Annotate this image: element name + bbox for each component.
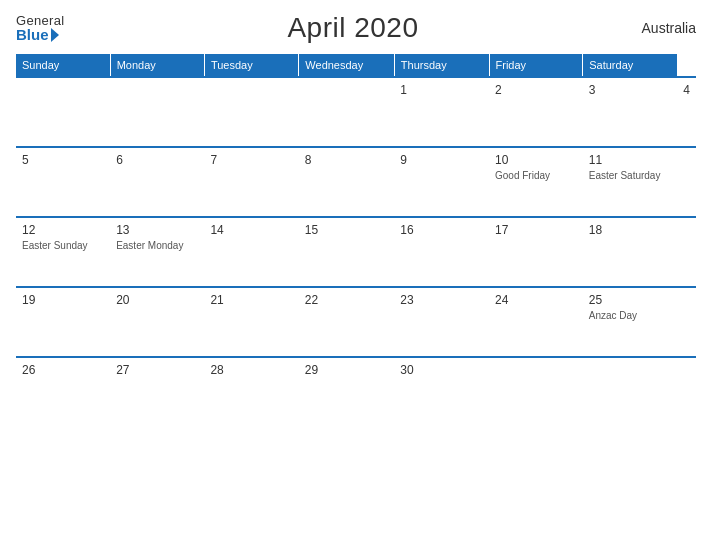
table-row <box>204 77 298 147</box>
calendar-week-row: 5678910Good Friday11Easter Saturday <box>16 147 696 217</box>
table-row: 1 <box>394 77 489 147</box>
header: General Blue April 2020 Australia <box>16 12 696 44</box>
country-label: Australia <box>642 20 696 36</box>
page: General Blue April 2020 Australia Sunday… <box>0 0 712 550</box>
table-row: 2 <box>489 77 583 147</box>
table-row: 23 <box>394 287 489 357</box>
logo: General Blue <box>16 14 64 42</box>
table-row: 8 <box>299 147 394 217</box>
calendar-week-row: 12Easter Sunday13Easter Monday1415161718 <box>16 217 696 287</box>
calendar-body: 12345678910Good Friday11Easter Saturday1… <box>16 77 696 427</box>
day-number: 25 <box>589 293 672 307</box>
day-number: 1 <box>400 83 483 97</box>
calendar-header-row: Sunday Monday Tuesday Wednesday Thursday… <box>16 54 696 77</box>
day-number: 4 <box>683 83 690 97</box>
day-number: 21 <box>210 293 292 307</box>
table-row: 9 <box>394 147 489 217</box>
logo-blue-text: Blue <box>16 27 64 42</box>
table-row: 7 <box>204 147 298 217</box>
day-number: 8 <box>305 153 388 167</box>
table-row <box>583 357 678 427</box>
day-number: 17 <box>495 223 577 237</box>
table-row: 16 <box>394 217 489 287</box>
logo-triangle-icon <box>51 28 59 42</box>
day-number: 26 <box>22 363 104 377</box>
table-row: 24 <box>489 287 583 357</box>
table-row: 15 <box>299 217 394 287</box>
day-number: 18 <box>589 223 672 237</box>
table-row: 19 <box>16 287 110 357</box>
day-event: Good Friday <box>495 169 577 182</box>
day-number: 22 <box>305 293 388 307</box>
col-saturday: Saturday <box>583 54 678 77</box>
calendar-week-row: 1234 <box>16 77 696 147</box>
day-number: 23 <box>400 293 483 307</box>
day-number: 27 <box>116 363 198 377</box>
col-monday: Monday <box>110 54 204 77</box>
table-row <box>110 77 204 147</box>
table-row: 6 <box>110 147 204 217</box>
table-row: 11Easter Saturday <box>583 147 678 217</box>
day-number: 14 <box>210 223 292 237</box>
day-number: 10 <box>495 153 577 167</box>
table-row: 18 <box>583 217 678 287</box>
table-row <box>299 77 394 147</box>
day-number: 15 <box>305 223 388 237</box>
col-wednesday: Wednesday <box>299 54 394 77</box>
table-row: 3 <box>583 77 678 147</box>
day-number: 20 <box>116 293 198 307</box>
day-number: 29 <box>305 363 388 377</box>
day-number: 24 <box>495 293 577 307</box>
day-event: Anzac Day <box>589 309 672 322</box>
table-row: 14 <box>204 217 298 287</box>
calendar-table: Sunday Monday Tuesday Wednesday Thursday… <box>16 54 696 427</box>
day-number: 30 <box>400 363 483 377</box>
calendar-week-row: 2627282930 <box>16 357 696 427</box>
day-event: Easter Saturday <box>589 169 672 182</box>
col-thursday: Thursday <box>394 54 489 77</box>
table-row <box>16 77 110 147</box>
day-number: 2 <box>495 83 577 97</box>
day-number: 6 <box>116 153 198 167</box>
table-row: 4 <box>677 77 696 147</box>
calendar-week-row: 19202122232425Anzac Day <box>16 287 696 357</box>
table-row: 30 <box>394 357 489 427</box>
table-row: 27 <box>110 357 204 427</box>
table-row: 21 <box>204 287 298 357</box>
day-number: 7 <box>210 153 292 167</box>
table-row: 28 <box>204 357 298 427</box>
col-tuesday: Tuesday <box>204 54 298 77</box>
table-row: 10Good Friday <box>489 147 583 217</box>
table-row: 25Anzac Day <box>583 287 678 357</box>
day-number: 28 <box>210 363 292 377</box>
table-row: 12Easter Sunday <box>16 217 110 287</box>
day-number: 12 <box>22 223 104 237</box>
table-row: 5 <box>16 147 110 217</box>
table-row <box>489 357 583 427</box>
table-row: 13Easter Monday <box>110 217 204 287</box>
calendar-title: April 2020 <box>287 12 418 44</box>
table-row: 22 <box>299 287 394 357</box>
day-number: 3 <box>589 83 672 97</box>
table-row: 26 <box>16 357 110 427</box>
day-number: 16 <box>400 223 483 237</box>
day-number: 5 <box>22 153 104 167</box>
col-friday: Friday <box>489 54 583 77</box>
col-sunday: Sunday <box>16 54 110 77</box>
table-row: 17 <box>489 217 583 287</box>
day-number: 13 <box>116 223 198 237</box>
table-row: 20 <box>110 287 204 357</box>
day-event: Easter Sunday <box>22 239 104 252</box>
day-number: 11 <box>589 153 672 167</box>
table-row: 29 <box>299 357 394 427</box>
day-number: 9 <box>400 153 483 167</box>
day-event: Easter Monday <box>116 239 198 252</box>
day-number: 19 <box>22 293 104 307</box>
